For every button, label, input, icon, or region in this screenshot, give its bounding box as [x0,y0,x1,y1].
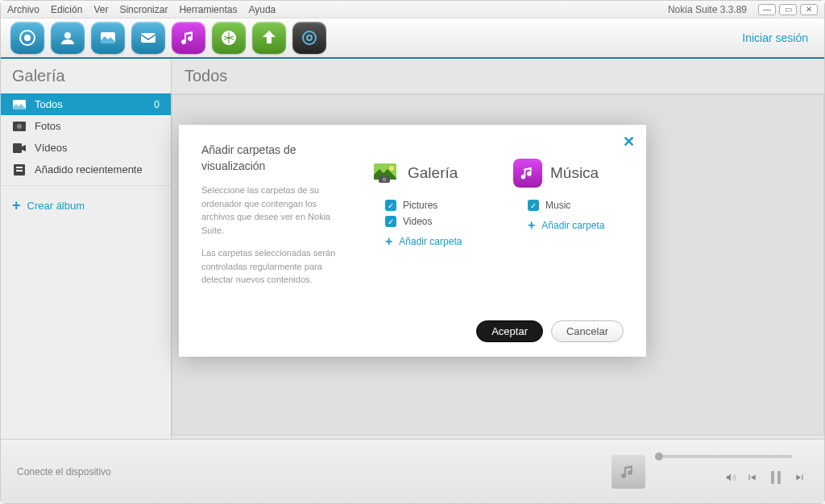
plus-icon: + [385,234,392,249]
gallery-section-icon [371,159,400,188]
dialog-desc-1: Seleccione las carpetas de su ordenador … [201,184,346,237]
gallery-section-title: Galería [408,164,458,182]
music-section: Música ✓Music +Añadir carpeta [513,159,624,296]
checkbox-checked-icon: ✓ [385,216,396,227]
plus-icon: + [528,218,535,233]
dialog-desc-2: Las carpetas seleccionadas serán control… [201,246,346,287]
folder-checkbox-videos[interactable]: ✓Videos [371,213,481,229]
add-music-folder-button[interactable]: +Añadir carpeta [513,213,624,235]
svg-point-20 [383,178,387,182]
folder-checkbox-pictures[interactable]: ✓Pictures [371,197,481,213]
add-folders-dialog: ✕ Añadir carpetas de visualización Selec… [179,125,646,357]
cancel-button[interactable]: Cancelar [551,320,624,342]
checkbox-checked-icon: ✓ [385,200,396,211]
folder-checkbox-music[interactable]: ✓Music [513,197,624,213]
dialog-close-icon[interactable]: ✕ [623,133,635,151]
music-section-title: Música [550,164,599,182]
add-gallery-folder-button[interactable]: +Añadir carpeta [371,229,481,251]
accept-button[interactable]: Aceptar [476,320,543,342]
music-section-icon [513,159,542,188]
dialog-title: Añadir carpetas de visualización [201,143,346,174]
checkbox-checked-icon: ✓ [528,200,539,211]
svg-point-18 [389,166,394,171]
gallery-section: Galería ✓Pictures ✓Videos +Añadir carpet… [371,159,481,296]
